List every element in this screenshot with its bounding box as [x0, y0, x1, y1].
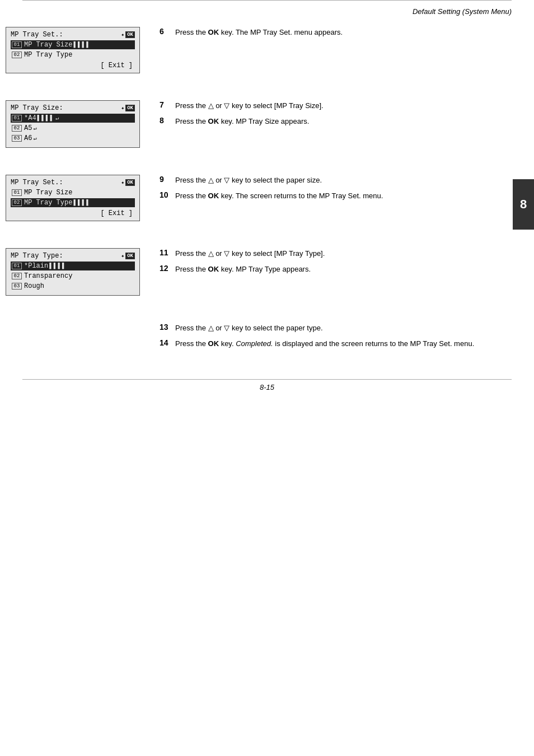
lcd2-item2-num: 02	[12, 125, 22, 132]
instruction-11: 11 Press the △ or ▽ key to select [MP Tr…	[160, 248, 534, 259]
lcd2-item3-return: ↵	[33, 135, 36, 142]
step8-num: 8	[160, 116, 175, 125]
lcd2-item2-return: ↵	[33, 125, 36, 132]
lcd3-title-row: MP Tray Set.: ✦ OK	[11, 179, 135, 186]
ok-box-4: OK	[125, 253, 135, 259]
step6-num: 6	[160, 27, 175, 36]
step11-text: Press the △ or ▽ key to select [MP Tray …	[175, 248, 325, 259]
lcd2-ok-badge: ✦ OK	[121, 105, 135, 111]
step14-ok: OK	[208, 339, 219, 348]
screen1-area: MP Tray Set.: ✦ OK 01 MP Tray Size ▌▌▌▌	[0, 27, 151, 78]
lcd-screen-3: MP Tray Set.: ✦ OK 01 MP Tray Size 02 MP…	[6, 175, 140, 221]
step9-num: 9	[160, 175, 175, 184]
segment-4: MP Tray Type: ✦ OK 01 *Plain ▌▌▌▌ 02 Tra…	[0, 248, 534, 300]
segment-1: MP Tray Set.: ✦ OK 01 MP Tray Size ▌▌▌▌	[0, 27, 534, 78]
screen4-area: MP Tray Type: ✦ OK 01 *Plain ▌▌▌▌ 02 Tra…	[0, 248, 151, 300]
lcd2-item3-num: 03	[12, 135, 22, 142]
lcd-screen-2: MP Tray Size: ✦ OK 01 *A4 ▌▌▌▌ ↵ 02	[6, 100, 140, 148]
lcd2-item1-return: ↵	[55, 115, 59, 122]
lcd1-row1: 01 MP Tray Size ▌▌▌▌	[11, 40, 135, 49]
lcd2-row2: 02 A5 ↵	[11, 124, 135, 133]
ok-box-2: OK	[125, 105, 135, 111]
lcd4-title-row: MP Tray Type: ✦ OK	[11, 252, 135, 260]
lcd1-row2: 02 MP Tray Type	[11, 50, 135, 59]
steps910-area: 9 Press the △ or ▽ key to select the pap…	[151, 175, 534, 226]
lcd3-title: MP Tray Set.:	[11, 179, 63, 186]
lcd1-item2-label: MP Tray Type	[24, 51, 72, 59]
step8-ok: OK	[208, 117, 219, 125]
lcd-screen-4: MP Tray Type: ✦ OK 01 *Plain ▌▌▌▌ 02 Tra…	[6, 248, 140, 296]
step10-ok: OK	[208, 192, 219, 200]
lcd2-item3-label: A6	[24, 134, 32, 142]
lcd4-row1: 01 *Plain ▌▌▌▌	[11, 262, 135, 270]
lcd4-item1-label: *Plain	[24, 262, 48, 270]
lcd1-title: MP Tray Set.:	[11, 31, 63, 39]
lcd1-exit-label: [ Exit ]	[100, 62, 133, 69]
instruction-8: 8 Press the OK key. MP Tray Size appears…	[160, 116, 534, 127]
lcd2-title-row: MP Tray Size: ✦ OK	[11, 104, 135, 112]
step14-text: Press the OK key. Completed. is displaye…	[175, 338, 474, 349]
lcd4-item1-num: 01	[12, 263, 22, 269]
lcd4-item3-num: 03	[12, 283, 22, 290]
segment-5-row: 13 Press the △ or ▽ key to select the pa…	[0, 323, 534, 357]
step12-num: 12	[160, 264, 175, 273]
ok-arrow-3: ✦	[121, 179, 124, 186]
footer-page: 8-15	[0, 380, 534, 391]
lcd3-row2: 02 MP Tray Type ▌▌▌▌	[11, 198, 135, 207]
top-rule	[22, 0, 512, 4]
ok-arrow-4: ✦	[121, 253, 124, 259]
header-title: Default Setting (System Menu)	[0, 4, 534, 16]
lcd4-item1-dots: ▌▌▌▌	[49, 263, 66, 269]
segment-4-row: MP Tray Type: ✦ OK 01 *Plain ▌▌▌▌ 02 Tra…	[0, 248, 534, 300]
ok-box-1: OK	[125, 31, 135, 38]
step10-text: Press the OK key. The screen returns to …	[175, 190, 383, 202]
segment-3: MP Tray Set.: ✦ OK 01 MP Tray Size 02 MP…	[0, 175, 534, 226]
instruction-12: 12 Press the OK key. MP Tray Type appear…	[160, 264, 534, 275]
lcd4-item2-label: Transparency	[24, 272, 72, 280]
lcd1-item1-dots: ▌▌▌▌	[73, 41, 90, 48]
lcd4-ok-badge: ✦ OK	[121, 253, 135, 259]
instruction-14: 14 Press the OK key. Completed. is displ…	[160, 338, 534, 349]
step11-num: 11	[160, 248, 175, 257]
step14-num: 14	[160, 338, 175, 347]
lcd3-item1-num: 01	[12, 189, 22, 196]
lcd2-item1-num: 01	[12, 115, 22, 122]
lcd-screen-1: MP Tray Set.: ✦ OK 01 MP Tray Size ▌▌▌▌	[6, 27, 140, 73]
lcd4-row3: 03 Rough	[11, 282, 135, 291]
lcd2-row1: 01 *A4 ▌▌▌▌ ↵	[11, 114, 135, 123]
ok-box-3: OK	[125, 179, 135, 186]
step14-completed: Completed.	[236, 339, 273, 348]
step13-num: 13	[160, 323, 175, 332]
step7-text: Press the △ or ▽ key to select [MP Tray …	[175, 100, 324, 111]
lcd2-row3: 03 A6 ↵	[11, 134, 135, 143]
step6-text: Press the OK key. The MP Tray Set. menu …	[175, 27, 343, 38]
step10-num: 10	[160, 190, 175, 199]
lcd1-title-row: MP Tray Set.: ✦ OK	[11, 31, 135, 39]
lcd1-exit-row: [ Exit ]	[11, 62, 135, 69]
lcd3-item1-label: MP Tray Size	[24, 189, 72, 197]
lcd1-item1-num: 01	[12, 41, 22, 48]
lcd4-item2-num: 02	[12, 273, 22, 279]
lcd2-item2-label: A5	[24, 124, 32, 132]
instruction-10: 10 Press the OK key. The screen returns …	[160, 190, 534, 202]
lcd1-item1-label: MP Tray Size	[24, 41, 72, 49]
step12-text: Press the OK key. MP Tray Type appears.	[175, 264, 311, 275]
steps1314-area: 13 Press the △ or ▽ key to select the pa…	[151, 323, 534, 357]
segment-5: 13 Press the △ or ▽ key to select the pa…	[0, 323, 534, 357]
ok-arrow-2: ✦	[121, 105, 124, 111]
screen5-placeholder	[0, 323, 151, 357]
step9-text: Press the △ or ▽ key to select the paper…	[175, 175, 322, 186]
segment-3-row: MP Tray Set.: ✦ OK 01 MP Tray Size 02 MP…	[0, 175, 534, 226]
lcd4-item3-label: Rough	[24, 282, 44, 290]
lcd3-exit-row: [ Exit ]	[11, 209, 135, 217]
lcd2-item1-dots: ▌▌▌▌	[38, 115, 54, 122]
lcd3-row1: 01 MP Tray Size	[11, 188, 135, 197]
lcd3-ok-badge: ✦ OK	[121, 179, 135, 186]
instruction-6: 6 Press the OK key. The MP Tray Set. men…	[160, 27, 534, 38]
lcd3-exit-label: [ Exit ]	[100, 209, 133, 217]
steps1112-area: 11 Press the △ or ▽ key to select [MP Tr…	[151, 248, 534, 300]
step6-area: 6 Press the OK key. The MP Tray Set. men…	[151, 27, 534, 78]
lcd2-item1-label: *A4	[24, 114, 36, 122]
step6-ok: OK	[208, 28, 219, 36]
step12-ok: OK	[208, 265, 219, 273]
